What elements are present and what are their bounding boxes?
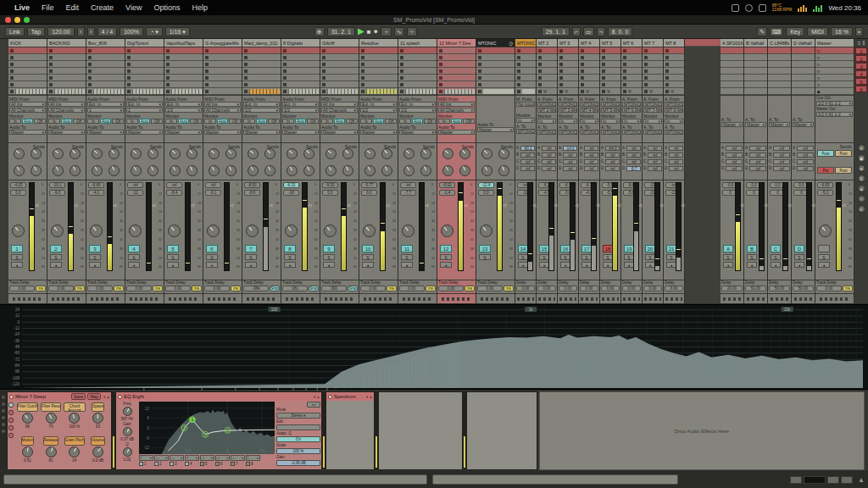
track-header[interactable]: MT 6 xyxy=(621,39,642,47)
send-amount-field[interactable]: -14.0 xyxy=(563,146,577,151)
monitor-auto-button[interactable]: Auto xyxy=(412,119,424,124)
send-amount-field[interactable]: -inf xyxy=(773,159,790,164)
menu-item-live[interactable]: Live xyxy=(8,3,36,12)
track-delay-field[interactable]: 0.00 xyxy=(516,286,535,291)
output-gain-field[interactable]: -2.06 dB xyxy=(276,460,320,466)
clip-slot[interactable] xyxy=(86,88,125,95)
clip-slot[interactable]: Ψ xyxy=(621,88,642,95)
audition-icon[interactable]: ◖◗ xyxy=(307,402,320,408)
pan-knob[interactable] xyxy=(324,225,337,237)
send-d-knob[interactable] xyxy=(381,165,392,176)
send-a-knob[interactable] xyxy=(364,148,376,159)
pan-field[interactable]: -5.2 xyxy=(817,190,833,196)
clip-slot[interactable] xyxy=(643,75,663,81)
clip-slot[interactable]: Ψ xyxy=(664,88,684,95)
monitor-off-button[interactable]: Off xyxy=(463,119,475,124)
band-filter-type-dropdown[interactable]: <▾ xyxy=(185,455,199,461)
audio-to-dropdown[interactable]: Master▾ xyxy=(477,127,514,132)
solo-button[interactable]: S xyxy=(128,254,140,260)
clip-slot[interactable] xyxy=(558,68,578,75)
fader-handle[interactable]: ◁ xyxy=(532,202,536,208)
clip-slot[interactable] xyxy=(437,61,476,68)
crossfade-assign[interactable] xyxy=(247,297,277,301)
monitor-auto-button[interactable]: Auto xyxy=(256,119,268,124)
crossfade-assign[interactable] xyxy=(517,297,533,301)
clip-slot[interactable] xyxy=(600,54,620,61)
computer-midi-keyboard-button[interactable]: ⌨ xyxy=(770,27,783,36)
audio-to-dropdown[interactable]: Master▾ xyxy=(243,130,280,135)
audio-to-dropdown[interactable]: MTONIC▾ xyxy=(537,130,556,135)
clip-slot-scene1[interactable] xyxy=(47,47,86,54)
clip-slot-scene1[interactable] xyxy=(281,47,320,54)
input-dropdown[interactable]: MTONIC▾ xyxy=(537,102,556,107)
clip-slot-scene1[interactable] xyxy=(579,47,599,54)
clip-slot[interactable] xyxy=(600,68,620,75)
input-channel-dropdown[interactable]: MT 2-M▾ xyxy=(537,108,556,113)
clip-slot[interactable] xyxy=(600,81,620,88)
input-dropdown[interactable]: Ext. In▾ xyxy=(87,102,124,107)
track-delay-field[interactable]: 20.00 xyxy=(721,286,743,291)
clip-slot[interactable] xyxy=(242,75,281,81)
clip-slot[interactable] xyxy=(515,81,536,88)
band-filter-type-dropdown[interactable]: /▾ xyxy=(139,455,153,461)
track-activator-button[interactable] xyxy=(818,245,830,252)
clip-slot[interactable] xyxy=(359,68,398,75)
clip-slot[interactable] xyxy=(320,61,359,68)
audio-to-dropdown[interactable]: MTONIC▾ xyxy=(516,129,535,134)
input-channel-dropdown[interactable]: 1/2▾ xyxy=(399,108,436,113)
volume-field[interactable]: -4.03 xyxy=(10,182,26,188)
send-amount-field[interactable]: -80.2 xyxy=(520,146,535,151)
fader-handle[interactable]: ◁ xyxy=(740,202,743,208)
send-b-knob[interactable] xyxy=(31,148,42,159)
arm-button[interactable]: ● xyxy=(11,262,23,268)
clip-slot[interactable] xyxy=(8,81,47,88)
solo-button[interactable]: S xyxy=(479,254,491,260)
track-header[interactable]: 8 Digitakt xyxy=(281,39,320,47)
delay-unit-toggle[interactable]: Smp xyxy=(348,286,358,291)
band-activator[interactable]: 6 xyxy=(215,461,230,467)
fold-device-icon[interactable]: ◒ xyxy=(370,393,372,401)
crossfade-assign[interactable] xyxy=(538,297,554,301)
track-delay-field[interactable]: -384 xyxy=(243,286,269,291)
device-title-bar[interactable]: Minor 7 DeepSaveMap◑◒ xyxy=(8,392,111,401)
track-activator-button[interactable]: C xyxy=(771,245,781,252)
time-signature-field[interactable]: 4 / 4 xyxy=(97,27,118,36)
send-b-knob[interactable] xyxy=(420,148,431,159)
send-a-knob[interactable] xyxy=(209,148,220,159)
clip-slot[interactable] xyxy=(515,61,536,68)
variation-button[interactable] xyxy=(8,402,14,408)
crossfade-assign[interactable] xyxy=(13,297,43,301)
tap-tempo-button[interactable]: Tap xyxy=(27,27,45,36)
clip-slot-scene1[interactable] xyxy=(537,47,557,54)
delay-unit-toggle[interactable]: ms xyxy=(426,286,436,291)
send-c-knob[interactable] xyxy=(248,165,259,176)
delay-unit-toggle[interactable]: ms xyxy=(36,286,46,291)
solo-button[interactable]: S xyxy=(323,254,335,260)
clip-slot[interactable]: Ψ xyxy=(558,88,578,95)
send-c-knob[interactable] xyxy=(442,165,453,176)
fader-handle[interactable]: ◁ xyxy=(617,202,620,208)
save-preset-button[interactable]: Save xyxy=(71,393,86,400)
fader-handle[interactable]: ◁ xyxy=(74,202,77,208)
clip-slot[interactable] xyxy=(398,75,437,81)
hot-swap-icon[interactable]: ◑ xyxy=(313,393,315,401)
audio-to-dropdown[interactable]: Master▾ xyxy=(321,130,358,135)
clip-slot[interactable] xyxy=(579,68,599,75)
fader-handle[interactable]: ◁ xyxy=(464,202,467,208)
send-amount-field[interactable]: -inf xyxy=(584,166,598,171)
clip-slot[interactable] xyxy=(320,75,359,81)
arm-button[interactable]: ● xyxy=(818,262,830,268)
send-b-knob[interactable] xyxy=(381,148,392,159)
solo-button[interactable]: S xyxy=(818,254,830,260)
input-dropdown[interactable]: Ext. In▾ xyxy=(360,102,397,107)
clip-slot[interactable] xyxy=(359,61,398,68)
track-header[interactable]: Gibriff xyxy=(320,39,359,47)
crossfade-assign[interactable] xyxy=(52,297,82,301)
pan-knob[interactable] xyxy=(246,225,259,237)
pan-field[interactable]: -4.1 xyxy=(88,190,104,196)
monitor-auto-button[interactable]: Auto xyxy=(22,119,34,124)
monitor-auto-button[interactable]: Auto xyxy=(373,119,385,124)
clip-slot[interactable] xyxy=(86,68,125,75)
audio-to-dropdown[interactable]: MTONIC▾ xyxy=(559,130,577,135)
menu-item-edit[interactable]: Edit xyxy=(60,3,86,12)
